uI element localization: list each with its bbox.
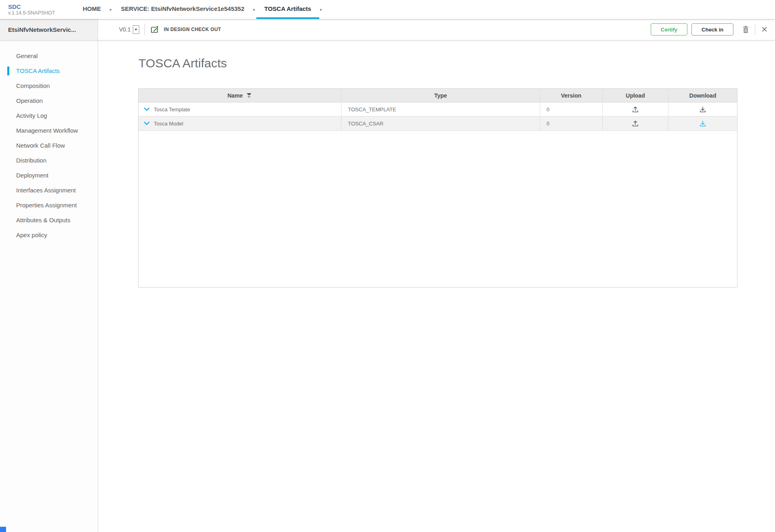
artifact-name-label: Tosca Template <box>154 106 190 113</box>
upload-icon[interactable] <box>632 106 639 113</box>
page-title: TOSCA Artifacts <box>138 56 227 70</box>
version-action-bar-content: V0.1 ▼ IN DESIGN CHECK OUT Certify Check… <box>98 19 775 40</box>
breadcrumb-service[interactable]: SERVICE: EtsiNfvNetworkService1e545352 <box>113 0 253 19</box>
toolbar-divider <box>145 23 145 35</box>
version-dropdown[interactable]: ▼ <box>133 25 139 34</box>
main-content: TOSCA Artifacts Name Type Version Upload… <box>98 40 775 532</box>
close-button[interactable]: ✕ <box>761 25 768 33</box>
column-header-download: Download <box>668 89 737 102</box>
check-in-button[interactable]: Check in <box>691 23 733 35</box>
sidebar-item-management-workflow[interactable]: Management Workflow <box>0 123 98 138</box>
cell-download <box>668 117 737 130</box>
download-icon[interactable] <box>699 106 706 113</box>
sidebar-item-distribution[interactable]: Distribution <box>0 153 98 168</box>
sidebar-item-operation[interactable]: Operation <box>0 93 98 108</box>
cell-download <box>668 102 737 116</box>
sidebar-item-attributes-outputs[interactable]: Attributes & Outputs <box>0 213 98 227</box>
sidebar-item-tosca-artifacts[interactable]: TOSCA Artifacts <box>0 63 98 78</box>
upload-icon[interactable] <box>632 120 639 127</box>
table-header-row: Name Type Version Upload Download <box>138 89 737 102</box>
breadcrumb: HOME ▸ SERVICE: EtsiNfvNetworkService1e5… <box>75 0 323 19</box>
sidebar-item-apex-policy[interactable]: Apex policy <box>0 227 98 242</box>
column-header-name-label: Name <box>227 92 243 99</box>
sidebar: General TOSCA Artifacts Composition Oper… <box>0 40 98 532</box>
close-icon: ✕ <box>761 25 768 33</box>
toolbar-divider <box>755 24 755 35</box>
breadcrumb-tosca-artifacts-label: TOSCA Artifacts <box>264 5 311 12</box>
cell-version: 0 <box>540 117 602 130</box>
breadcrumb-tosca-artifacts[interactable]: TOSCA Artifacts <box>256 0 319 19</box>
cell-type: TOSCA_CSAR <box>341 117 540 130</box>
trash-icon <box>742 25 749 33</box>
certify-button[interactable]: Certify <box>651 23 687 35</box>
app-version-text: v.1.14.5-SNAPSHOT <box>8 10 75 16</box>
column-header-name[interactable]: Name <box>138 89 341 102</box>
delete-button[interactable] <box>742 25 749 33</box>
table-row-tosca-model: Tosca Model TOSCA_CSAR 0 <box>138 117 737 131</box>
sidebar-item-deployment[interactable]: Deployment <box>0 168 98 183</box>
breadcrumb-home-label: HOME <box>83 5 101 12</box>
app-logo-text: SDC <box>8 3 75 10</box>
chevron-down-icon: ▼ <box>134 28 138 31</box>
cell-version: 0 <box>540 102 602 116</box>
lifecycle-status-label: IN DESIGN CHECK OUT <box>164 27 221 32</box>
sidebar-item-properties-assignment[interactable]: Properties Assignment <box>0 198 98 213</box>
version-action-bar: EtsiNfvNetworkServic... V0.1 ▼ IN DESIGN… <box>0 19 775 40</box>
sidebar-menu: General TOSCA Artifacts Composition Oper… <box>0 48 98 242</box>
breadcrumb-separator-icon: ▸ <box>109 0 113 19</box>
app-logo: SDC v.1.14.5-SNAPSHOT <box>8 0 75 19</box>
cell-type: TOSCA_TEMPLATE <box>341 102 540 116</box>
sidebar-item-interfaces-assignment[interactable]: Interfaces Assignment <box>0 183 98 198</box>
sidebar-item-general[interactable]: General <box>0 48 98 63</box>
action-buttons: Certify Check in ✕ <box>651 23 775 35</box>
breadcrumb-service-label: SERVICE: EtsiNfvNetworkService1e545352 <box>121 5 245 12</box>
component-title: EtsiNfvNetworkServic... <box>0 26 76 33</box>
chevron-down-icon[interactable] <box>144 107 150 111</box>
sidebar-item-network-call-flow[interactable]: Network Call Flow <box>0 138 98 153</box>
breadcrumb-home[interactable]: HOME <box>75 0 109 19</box>
column-header-upload: Upload <box>602 89 668 102</box>
version-label: V0.1 <box>119 26 131 33</box>
chevron-down-icon[interactable] <box>144 121 150 125</box>
cell-upload <box>602 117 668 130</box>
cell-name: Tosca Model <box>138 117 341 130</box>
breadcrumb-separator-icon: ▸ <box>252 0 256 19</box>
sort-icon <box>246 92 252 98</box>
sidebar-item-activity-log[interactable]: Activity Log <box>0 108 98 123</box>
download-icon-highlighted[interactable] <box>699 120 706 127</box>
cell-name: Tosca Template <box>138 102 341 116</box>
tosca-artifacts-table: Name Type Version Upload Download Tosca … <box>138 88 737 288</box>
bottom-left-widget[interactable] <box>0 527 6 532</box>
artifact-name-label: Tosca Model <box>154 121 183 127</box>
sidebar-header: EtsiNfvNetworkServic... <box>0 19 98 40</box>
top-bar: SDC v.1.14.5-SNAPSHOT HOME ▸ SERVICE: Et… <box>0 0 775 19</box>
column-header-version: Version <box>540 89 602 102</box>
column-header-type: Type <box>341 89 540 102</box>
sidebar-item-composition[interactable]: Composition <box>0 78 98 93</box>
table-row-tosca-template: Tosca Template TOSCA_TEMPLATE 0 <box>138 102 737 117</box>
cell-upload <box>602 102 668 116</box>
checkout-edit-icon <box>151 25 160 34</box>
breadcrumb-separator-icon: ▸ <box>319 0 323 19</box>
